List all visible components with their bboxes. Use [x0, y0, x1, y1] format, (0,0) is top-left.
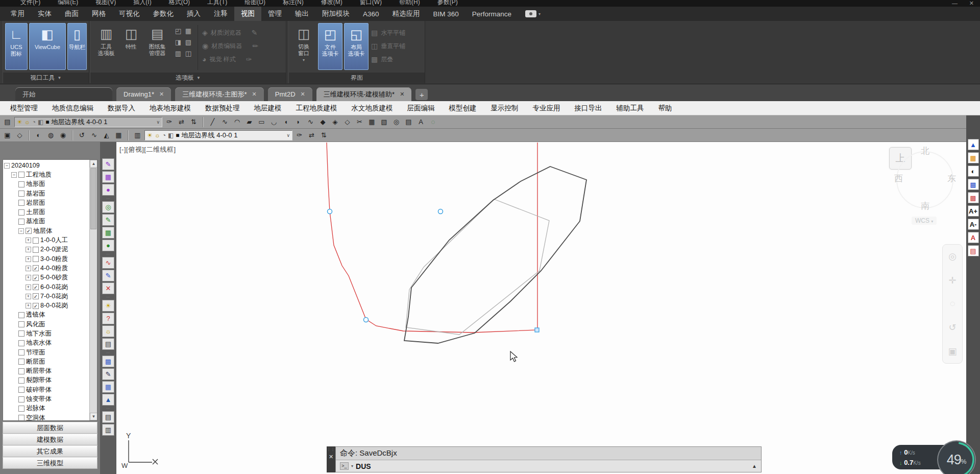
menu-item[interactable]: 标注(N)	[283, 0, 304, 7]
expand-expander[interactable]: +	[26, 238, 31, 243]
panel-label[interactable]: 视口工具▼	[3, 73, 89, 83]
command-close-button[interactable]: ✕	[329, 454, 333, 460]
tree-node[interactable]: +✓7-0-0花岗	[4, 292, 89, 301]
ribbon-tab-BIM 360[interactable]: BIM 360	[427, 7, 465, 21]
tree-category-button[interactable]: 三维模型	[3, 457, 97, 469]
tree-node-label[interactable]: 土层面	[26, 208, 45, 217]
contrast-icon[interactable]: ◐	[968, 165, 979, 177]
tree-category-button[interactable]: 建模数据	[3, 434, 97, 445]
ribbon-tab-可视化[interactable]: 可视化	[112, 7, 146, 21]
new-tab-button[interactable]: +	[415, 89, 428, 100]
text-tool-icon[interactable]: A	[415, 117, 426, 127]
purple-blob-icon[interactable]: ●	[102, 184, 114, 196]
tree-category-button[interactable]: 层面数据	[3, 422, 97, 434]
doc-edit-icon[interactable]: ▥	[102, 424, 114, 436]
tree-node-label[interactable]: 岩脉体	[26, 404, 45, 413]
tree-checkbox[interactable]	[18, 368, 24, 374]
chevron-down-icon[interactable]: ▾	[351, 464, 353, 468]
spline-tool-icon[interactable]: ∿	[305, 117, 316, 127]
zoom-extents-icon[interactable]: ◌	[950, 298, 955, 309]
menu-item[interactable]: 参数(P)	[437, 0, 458, 7]
tree-checkbox[interactable]	[18, 200, 24, 206]
ribbon-tab-网格[interactable]: 网格	[85, 7, 112, 21]
arc-3pt-tool-icon[interactable]: ◡	[268, 117, 279, 127]
tree-checkbox[interactable]: ✓	[33, 303, 39, 309]
tree-checkbox[interactable]	[33, 256, 39, 262]
tree-node[interactable]: 土层面	[4, 207, 89, 217]
grip-marker[interactable]	[328, 209, 332, 214]
navigation-bar-toggle[interactable]: ▯导航栏	[67, 23, 87, 70]
layer-combo-top[interactable]: ☀☼◔◧■地层边界线 4-0-0 1∨	[14, 117, 162, 127]
tool-palettes-button[interactable]: ▥工具 选项板	[93, 23, 119, 70]
menu2-item[interactable]: 数据预处理	[198, 104, 247, 113]
orbit-icon[interactable]: ↺	[948, 322, 956, 333]
layer-combo-bottom[interactable]: ☀☼◔◧■地层边界线 4-0-0 1∨	[144, 130, 292, 140]
tree-node-label[interactable]: 3-0-0粉质	[40, 255, 68, 264]
union-icon[interactable]: ◐	[33, 130, 44, 140]
font-decrease-icon[interactable]: A-	[968, 219, 979, 230]
command-input-row[interactable]: >_ ▾ DUS ▲	[336, 460, 761, 472]
tree-node-label[interactable]: 1-0-0人工	[40, 236, 68, 245]
ribbon-tab-实体[interactable]: 实体	[31, 7, 58, 21]
viewcube-west[interactable]: 西	[894, 173, 903, 184]
close-tab-icon[interactable]: ✕	[252, 91, 257, 98]
tree-checkbox[interactable]	[18, 219, 24, 225]
layer-color-swatch[interactable]: ■	[45, 118, 49, 126]
tree-node-label[interactable]: 岩层面	[26, 199, 45, 207]
purple-table-icon[interactable]: ▦	[102, 171, 114, 183]
tree-node[interactable]: +✓5-0-0砂质	[4, 273, 89, 282]
delete-waves-icon[interactable]: ✕	[102, 282, 114, 294]
tree-checkbox[interactable]	[18, 340, 24, 346]
layer-previous-icon[interactable]: ⇅	[188, 117, 199, 127]
menu-item[interactable]: 窗口(W)	[360, 0, 382, 7]
tree-checkbox[interactable]	[18, 406, 24, 412]
scroll-up-button[interactable]: ▲	[90, 160, 97, 168]
layer-states-icon[interactable]: ▥	[132, 130, 143, 140]
tree-checkbox[interactable]	[18, 209, 24, 216]
viewcube-east[interactable]: 东	[947, 173, 956, 184]
tree-checkbox[interactable]: ✓	[33, 293, 39, 299]
menu-item[interactable]: 帮助(H)	[399, 0, 420, 7]
tree-node-label[interactable]: 5-0-0砂质	[40, 273, 68, 282]
expand-expander[interactable]: +	[26, 303, 31, 309]
tree-checkbox[interactable]	[18, 191, 24, 197]
tree-checkbox[interactable]	[18, 321, 24, 327]
tree-node-label[interactable]: 风化面	[26, 320, 45, 329]
tree-node[interactable]: +3-0-0粉质	[4, 254, 89, 264]
wcs-dropdown[interactable]: WCS ▾	[912, 217, 937, 225]
tree-node[interactable]: 基准面	[4, 217, 89, 226]
small-palette-icon[interactable]: ▥	[173, 50, 183, 61]
tree-node-label[interactable]: 6-0-0花岗	[40, 283, 68, 292]
pan-icon[interactable]: ✛	[948, 275, 956, 286]
make-object-layer-current-icon[interactable]: ✑	[294, 130, 305, 140]
layer-match-icon[interactable]: ⇄	[176, 117, 187, 127]
tree-node[interactable]: 断层带体	[4, 367, 89, 376]
command-prompt-icon[interactable]: >_	[340, 462, 349, 470]
layer-on-bulb-icon[interactable]: ☀	[147, 132, 153, 139]
make-object-layer-current-icon[interactable]: ✑	[164, 117, 175, 127]
green-ring-icon[interactable]: ◎	[102, 201, 114, 213]
tree-checkbox[interactable]	[18, 359, 24, 365]
drag-handle[interactable]: ⋮⋮	[327, 447, 335, 452]
tree-scrollbar[interactable]: ▲ ▼	[89, 160, 97, 420]
expand-expander[interactable]: +	[26, 294, 31, 299]
strata-waves-icon[interactable]: ∿	[102, 257, 114, 269]
scroll-down-button[interactable]: ▼	[90, 413, 97, 420]
tree-node[interactable]: 风化面	[4, 320, 89, 329]
tree-checkbox[interactable]	[18, 415, 24, 420]
line-tool-icon[interactable]: ╱	[207, 117, 218, 127]
chevron-down-icon[interactable]: ∨	[156, 120, 160, 125]
block-tool-icon[interactable]: ◈	[330, 117, 340, 127]
small-palette-icon[interactable]: ◨	[173, 38, 183, 50]
intersect-icon[interactable]: ◉	[58, 130, 68, 140]
tree-node[interactable]: 破碎带体	[4, 385, 89, 394]
navigation-wheel-icon[interactable]: ◎	[948, 251, 957, 262]
red-doc-icon[interactable]: ▤	[968, 245, 979, 256]
tree-node[interactable]: 蚀变带体	[4, 394, 89, 404]
tree-node[interactable]: +✓8-0-0花岗	[4, 301, 89, 310]
purple-pen-icon[interactable]: ✎	[102, 158, 114, 170]
layer-on-bulb-icon[interactable]: ☀	[17, 118, 22, 126]
layer-sun-icon[interactable]: ☼	[24, 118, 30, 126]
small-palette-icon[interactable]: ▧	[183, 38, 193, 50]
grip-marker[interactable]	[364, 318, 369, 322]
